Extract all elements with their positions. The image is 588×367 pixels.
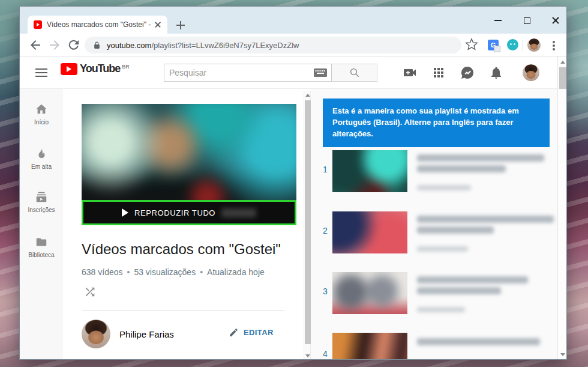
scroll-up-icon[interactable]	[560, 61, 565, 64]
playlist-thumbnail[interactable]	[82, 104, 296, 204]
blurred-title-line	[417, 226, 494, 234]
subscriptions-icon	[35, 190, 48, 204]
url-text: youtube.com/playlist?list=LLvwZ6i9eN7sy7…	[107, 41, 299, 50]
stat-videos: 638 vídeos	[82, 267, 123, 277]
browser-tab[interactable]: Vídeos marcados com "Gostei" -	[28, 16, 167, 34]
blurred-meta-line	[417, 246, 468, 252]
lock-icon	[93, 41, 101, 50]
video-index: 4	[320, 349, 331, 359]
blurred-title-line	[417, 154, 544, 162]
apps-grid-icon[interactable]	[431, 65, 446, 80]
blurred-meta-line	[417, 185, 471, 190]
sidebar-item-subscriptions[interactable]: Inscrições	[20, 190, 63, 213]
owner-name[interactable]: Philipe Farias	[119, 329, 174, 339]
scroll-down-icon[interactable]	[560, 353, 565, 356]
browser-window: Vídeos marcados com "Gostei" - youtube.c…	[19, 6, 567, 360]
minimize-button[interactable]	[486, 13, 510, 28]
scroll-down-icon[interactable]	[305, 354, 310, 357]
video-thumbnail[interactable]	[332, 272, 407, 314]
play-all-button[interactable]: REPRODUZIR TUDO	[82, 200, 296, 225]
sidebar-item-library[interactable]: Biblioteca	[20, 235, 63, 258]
language-notice-banner: Esta é a maneira como sua playlist é mos…	[323, 99, 550, 147]
home-icon	[35, 103, 48, 116]
bookmark-star-icon[interactable]	[465, 38, 478, 51]
extension-icon[interactable]	[507, 39, 518, 50]
maximize-button[interactable]	[515, 13, 539, 28]
video-index: 2	[320, 226, 331, 235]
sidebar-item-home[interactable]: Início	[20, 103, 63, 126]
create-video-icon[interactable]	[403, 65, 417, 80]
owner-avatar[interactable]	[82, 320, 110, 348]
youtube-account-avatar[interactable]	[523, 64, 539, 81]
youtube-logo[interactable]: YouTube BR	[61, 62, 130, 75]
sidebar-item-trending[interactable]: Em alta	[20, 147, 63, 170]
divider	[82, 310, 284, 311]
stat-views: 53 visualizações	[134, 267, 196, 277]
blurred-count	[221, 208, 256, 217]
video-index: 1	[320, 165, 331, 174]
search-icon	[349, 67, 360, 78]
play-icon	[122, 208, 128, 217]
scroll-up-icon[interactable]	[305, 94, 310, 97]
panel-scrollbar[interactable]	[304, 91, 311, 360]
flame-icon	[35, 147, 48, 160]
blurred-title-line	[417, 338, 540, 345]
guide-menu-icon[interactable]	[35, 68, 47, 70]
notifications-bell-icon[interactable]	[489, 65, 503, 80]
search-input[interactable]	[164, 68, 313, 77]
youtube-favicon	[34, 20, 42, 29]
blurred-title-line	[417, 165, 506, 172]
browser-menu-icon[interactable]	[553, 41, 555, 47]
blurred-title-line	[417, 287, 501, 294]
youtube-play-icon	[61, 63, 77, 75]
keyboard-icon[interactable]	[313, 68, 328, 77]
main-scrollbar[interactable]	[557, 56, 567, 360]
translate-extension-icon[interactable]: G	[488, 40, 499, 50]
forward-icon[interactable]	[47, 38, 62, 52]
close-button[interactable]	[544, 13, 567, 28]
guide-sidebar	[20, 89, 63, 360]
shuffle-icon[interactable]	[83, 285, 97, 299]
blurred-title-line	[417, 276, 528, 284]
edit-button[interactable]: EDITAR	[229, 327, 274, 338]
video-index: 3	[320, 287, 331, 296]
video-thumbnail[interactable]	[332, 211, 407, 253]
address-bar[interactable]: youtube.com/playlist?list=LLvwZ6i9eN7sy7…	[85, 37, 461, 53]
library-icon	[35, 235, 48, 249]
back-icon[interactable]	[28, 38, 43, 52]
browser-profile-avatar[interactable]	[527, 38, 541, 52]
playlist-title: Vídeos marcados com "Gostei"	[82, 241, 281, 258]
pencil-icon	[229, 327, 239, 338]
video-thumbnail[interactable]	[332, 333, 407, 360]
new-tab-button[interactable]	[175, 19, 187, 31]
messages-icon[interactable]	[460, 65, 475, 80]
search-box[interactable]	[164, 64, 332, 82]
video-thumbnail[interactable]	[332, 150, 407, 192]
reload-icon[interactable]	[67, 38, 81, 52]
playlist-stats: 638 vídeos•53 visualizações•Atualizada h…	[82, 267, 265, 277]
toolbar-divider	[523, 39, 523, 51]
blurred-meta-line	[417, 307, 465, 312]
blurred-title-line	[417, 216, 554, 223]
search-button[interactable]	[332, 64, 377, 82]
main-scrollbar-thumb[interactable]	[559, 67, 566, 89]
stat-updated: Atualizada hoje	[207, 267, 265, 277]
tab-title: Vídeos marcados com "Gostei" -	[47, 20, 153, 29]
panel-scrollbar-thumb[interactable]	[305, 100, 311, 344]
tab-close-icon[interactable]	[153, 20, 163, 29]
